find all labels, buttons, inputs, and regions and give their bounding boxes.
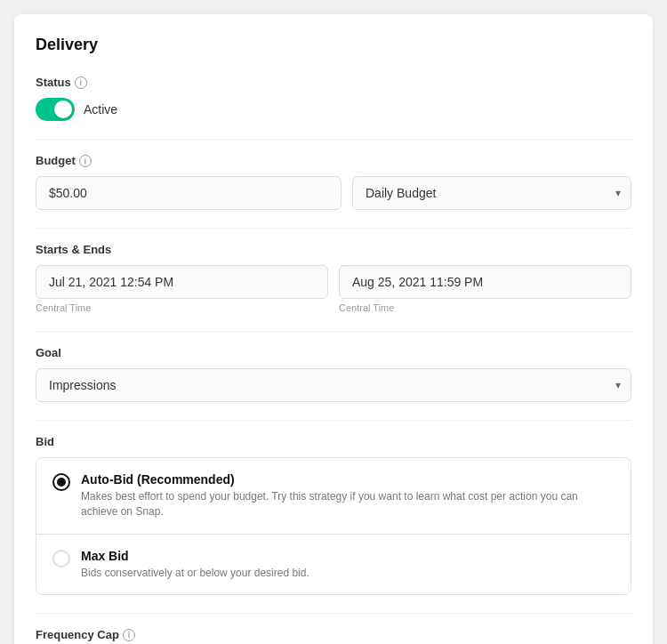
budget-type-wrapper: Daily Budget Lifetime Budget ▾ [352, 176, 631, 210]
max-bid-desc: Bids conservatively at or below your des… [81, 566, 309, 581]
max-bid-text: Max Bid Bids conservatively at or below … [81, 549, 309, 581]
budget-section: Budget i Daily Budget Lifetime Budget ▾ [36, 154, 631, 210]
bid-option-max[interactable]: Max Bid Bids conservatively at or below … [36, 535, 631, 595]
budget-amount-input[interactable] [36, 176, 342, 210]
auto-bid-radio[interactable] [52, 473, 70, 491]
start-date-field[interactable]: Jul 21, 2021 12:54 PM [36, 265, 328, 299]
max-bid-title: Max Bid [81, 549, 309, 563]
max-bid-radio[interactable] [52, 550, 70, 568]
goal-label: Goal [36, 346, 631, 359]
bid-options-list: Auto-Bid (Recommended) Makes best effort… [36, 457, 631, 595]
auto-bid-text: Auto-Bid (Recommended) Makes best effort… [81, 472, 615, 519]
status-info-icon[interactable]: i [75, 76, 87, 89]
status-value: Active [84, 102, 117, 117]
start-date-col: Jul 21, 2021 12:54 PM Central Time [36, 265, 328, 313]
goal-select[interactable]: Impressions Swipe Ups App Installs Video… [36, 368, 631, 402]
starts-ends-label: Starts & Ends [36, 243, 631, 256]
delivery-card: Delivery Status i Active Budget i Dail [14, 14, 653, 644]
budget-info-icon[interactable]: i [79, 155, 92, 167]
end-date-col: Aug 25, 2021 11:59 PM Central Time [339, 265, 631, 313]
date-row: Jul 21, 2021 12:54 PM Central Time Aug 2… [36, 265, 631, 313]
frequency-cap-info-icon[interactable]: i [123, 629, 135, 641]
starts-ends-section: Starts & Ends Jul 21, 2021 12:54 PM Cent… [36, 243, 631, 313]
bid-label: Bid [36, 435, 631, 448]
goal-section: Goal Impressions Swipe Ups App Installs … [36, 346, 631, 402]
bid-section: Bid Auto-Bid (Recommended) Makes best ef… [36, 435, 631, 595]
status-toggle[interactable] [36, 98, 75, 121]
bid-option-auto[interactable]: Auto-Bid (Recommended) Makes best effort… [36, 458, 631, 535]
start-timezone-label: Central Time [36, 302, 328, 313]
auto-bid-title: Auto-Bid (Recommended) [81, 472, 615, 487]
auto-bid-desc: Makes best effort to spend your budget. … [81, 489, 615, 519]
budget-type-select[interactable]: Daily Budget Lifetime Budget [352, 176, 631, 210]
frequency-cap-label: Frequency Cap i [36, 628, 631, 641]
frequency-cap-section: Frequency Cap i ✕ Set Per User Frequency… [36, 628, 631, 644]
status-label: Status i [36, 76, 631, 89]
status-toggle-row: Active [36, 98, 631, 121]
budget-row: Daily Budget Lifetime Budget ▾ [36, 176, 631, 210]
auto-bid-radio-inner [57, 478, 66, 487]
page-title: Delivery [36, 36, 631, 54]
end-date-field[interactable]: Aug 25, 2021 11:59 PM [339, 265, 631, 299]
end-timezone-label: Central Time [339, 302, 631, 313]
status-section: Status i Active [36, 76, 631, 121]
budget-label: Budget i [36, 154, 631, 167]
goal-select-wrapper: Impressions Swipe Ups App Installs Video… [36, 368, 631, 402]
